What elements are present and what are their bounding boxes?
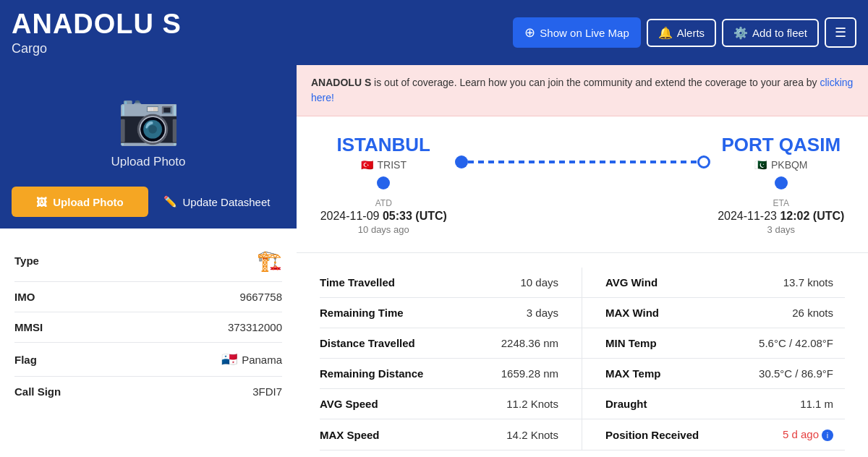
route-line — [448, 155, 718, 168]
live-map-button[interactable]: ⊕ Show on Live Map — [513, 17, 640, 48]
detail-value: 🏗️ — [257, 249, 282, 273]
stat-value: 26 knots — [792, 307, 833, 319]
route-dots — [455, 155, 710, 168]
stat-label: AVG Speed — [320, 398, 378, 410]
destination-port: PORT QASIM 🇵🇰 PKBQM ETA 2024-11-23 12:02… — [718, 134, 846, 235]
destination-code-row: 🇵🇰 PKBQM — [718, 159, 846, 171]
stat-value: 5 d agoi — [783, 428, 833, 441]
bell-icon: 🔔 — [658, 26, 673, 40]
stat-item: AVG Wind13.7 knots — [582, 268, 845, 298]
origin-time: 2024-11-09 05:33 (UTC) — [320, 210, 448, 223]
stat-label: Draught — [605, 398, 647, 410]
ship-type: Cargo — [12, 41, 182, 56]
stat-value: 30.5°C / 86.9°F — [759, 367, 833, 380]
voyage-section: ISTANBUL 🇹🇷 TRIST ATD 2024-11-09 05:33 (… — [297, 116, 868, 253]
origin-time-label: ATD — [320, 198, 448, 208]
fleet-icon: ⚙️ — [733, 26, 748, 40]
origin-flag: 🇹🇷 — [361, 159, 373, 171]
stat-value: 1659.28 nm — [501, 367, 558, 380]
menu-button[interactable]: ☰ — [825, 17, 856, 48]
stat-label: AVG Wind — [605, 276, 658, 289]
live-map-icon: ⊕ — [524, 25, 535, 40]
origin-name: ISTANBUL — [320, 134, 448, 156]
stat-label: MIN Temp — [605, 337, 657, 349]
action-buttons: 🖼 Upload Photo ✏️ Update Datasheet — [0, 187, 297, 228]
image-icon: 🖼 — [36, 196, 47, 208]
photo-area: 📷 Upload Photo — [0, 65, 297, 187]
origin-code-row: 🇹🇷 TRIST — [320, 159, 448, 171]
left-panel: 📷 Upload Photo 🖼 Upload Photo ✏️ Update … — [0, 65, 297, 457]
stat-label: Time Travelled — [320, 276, 395, 289]
camera-icon: 📷 — [117, 88, 180, 148]
stat-label: Remaining Distance — [320, 367, 423, 380]
stat-value: 11.2 Knots — [506, 398, 558, 410]
ship-details: Type🏗️IMO9667758MMSI373312000Flag🇵🇦Panam… — [0, 228, 297, 457]
detail-label: Call Sign — [14, 385, 61, 398]
stat-value: 3 days — [527, 307, 558, 319]
stat-label: MAX Speed — [320, 429, 380, 441]
route-end-dot — [697, 155, 710, 168]
ship-header: ANADOLU S Cargo — [12, 9, 182, 56]
destination-time-label: ETA — [718, 198, 846, 208]
hamburger-icon: ☰ — [835, 25, 846, 40]
upload-photo-button[interactable]: 🖼 Upload Photo — [12, 187, 148, 217]
stat-item: MAX Speed14.2 Knots — [320, 419, 582, 450]
stat-item: Distance Travelled2248.36 nm — [320, 328, 582, 359]
destination-time-ago: 3 days — [718, 224, 846, 235]
stat-label: Distance Travelled — [320, 337, 415, 349]
stats-section: Time Travelled10 daysAVG Wind13.7 knotsR… — [297, 253, 868, 457]
add-to-fleet-button[interactable]: ⚙️ Add to fleet — [722, 19, 819, 47]
detail-row: MMSI373312000 — [14, 312, 282, 343]
info-icon[interactable]: i — [822, 430, 833, 441]
top-bar: ANADOLU S Cargo ⊕ Show on Live Map 🔔 Ale… — [0, 0, 868, 65]
detail-row: Flag🇵🇦Panama — [14, 343, 282, 377]
coverage-ship-name: ANADOLU S — [311, 77, 371, 88]
upload-photo-label: Upload Photo — [111, 155, 185, 169]
destination-name: PORT QASIM — [718, 134, 846, 156]
stat-item: MAX Temp30.5°C / 86.9°F — [582, 359, 845, 389]
detail-row: Type🏗️ — [14, 240, 282, 282]
detail-label: Flag — [14, 354, 37, 366]
stat-item: Remaining Time3 days — [320, 298, 582, 328]
origin-code: TRIST — [378, 159, 407, 171]
stat-value: 10 days — [520, 276, 558, 289]
right-panel: ANADOLU S is out of coverage. Learn how … — [297, 65, 868, 457]
ship-name: ANADOLU S — [12, 9, 182, 40]
route-dashes — [468, 161, 697, 163]
stat-item: Draught11.1 m — [582, 389, 845, 419]
stat-item: AVG Speed11.2 Knots — [320, 389, 582, 419]
stat-label: Remaining Time — [320, 307, 404, 319]
main-content: 📷 Upload Photo 🖼 Upload Photo ✏️ Update … — [0, 65, 868, 457]
detail-value: 373312000 — [228, 321, 282, 333]
stat-value: 11.1 m — [800, 398, 833, 410]
destination-dot — [775, 176, 788, 189]
stat-value: 13.7 knots — [783, 276, 833, 289]
detail-row: Call Sign3FDI7 — [14, 377, 282, 406]
stat-item: Time Travelled10 days — [320, 268, 582, 298]
alerts-button[interactable]: 🔔 Alerts — [647, 19, 716, 47]
stat-item: Remaining Distance1659.28 nm — [320, 359, 582, 389]
stat-label: MAX Temp — [605, 367, 660, 380]
destination-flag: 🇵🇰 — [754, 159, 767, 171]
origin-time-ago: 10 days ago — [320, 224, 448, 235]
stat-label: Position Received — [605, 429, 699, 441]
header-actions: ⊕ Show on Live Map 🔔 Alerts ⚙️ Add to fl… — [513, 17, 856, 48]
coverage-banner: ANADOLU S is out of coverage. Learn how … — [297, 65, 868, 116]
origin-dot — [377, 176, 390, 189]
origin-port: ISTANBUL 🇹🇷 TRIST ATD 2024-11-09 05:33 (… — [320, 134, 448, 235]
detail-label: IMO — [14, 291, 35, 303]
destination-code: PKBQM — [771, 159, 808, 171]
destination-time: 2024-11-23 12:02 (UTC) — [718, 210, 846, 223]
stat-label: MAX Wind — [605, 307, 659, 319]
edit-icon: ✏️ — [163, 195, 177, 208]
detail-value: 3FDI7 — [252, 385, 282, 398]
stat-value: 5.6°C / 42.08°F — [759, 337, 833, 349]
stat-value: 2248.36 nm — [501, 337, 558, 349]
stat-value: 14.2 Knots — [506, 429, 558, 441]
stat-item: MIN Temp5.6°C / 42.08°F — [582, 328, 845, 359]
stat-item: Position Received5 d agoi — [582, 419, 845, 450]
update-datasheet-button[interactable]: ✏️ Update Datasheet — [148, 187, 285, 217]
detail-label: Type — [14, 255, 39, 267]
stat-item: MAX Wind26 knots — [582, 298, 845, 328]
detail-value: 9667758 — [240, 291, 282, 303]
